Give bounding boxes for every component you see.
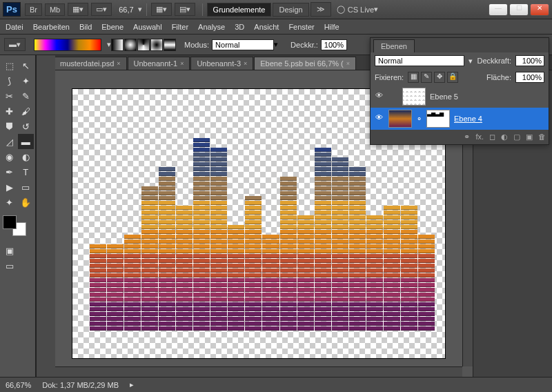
workspace-more[interactable]: ≫	[310, 2, 331, 17]
mask-thumb[interactable]: ▃▅▃▅	[426, 110, 450, 128]
blur-tool[interactable]: ◉	[1, 149, 18, 164]
screenmode-icon[interactable]: ▭	[1, 258, 18, 273]
screen-mode-icon[interactable]: ▭▾	[91, 3, 112, 16]
layer-name[interactable]: Ebene 5	[430, 92, 458, 101]
wand-tool[interactable]: ✦	[18, 73, 34, 88]
layer-opacity-field[interactable]: 100%	[515, 55, 544, 66]
lock-transparency-icon[interactable]: ▦	[408, 72, 419, 83]
menu-analyse[interactable]: Analyse	[198, 23, 225, 31]
visibility-icon[interactable]: 👁	[373, 113, 384, 124]
heal-tool[interactable]: ✚	[1, 104, 18, 119]
type-tool[interactable]: T	[18, 164, 34, 179]
menu-filter[interactable]: Filter	[172, 23, 188, 31]
fill-label: Fläche:	[486, 73, 511, 81]
path-select-tool[interactable]: ▶	[1, 179, 18, 195]
layer-fill-field[interactable]: 100%	[515, 72, 544, 83]
layer-thumb[interactable]	[388, 110, 412, 128]
fx-icon[interactable]: fx.	[475, 133, 484, 141]
menu-datei[interactable]: Datei	[6, 23, 23, 31]
reflected-gradient-icon[interactable]	[150, 39, 163, 51]
layer-name[interactable]: Ebene 4	[454, 115, 482, 123]
color-swatches[interactable]	[3, 215, 26, 236]
move-tool[interactable]: ⬚	[1, 58, 18, 73]
window-maximize[interactable]: ☐	[509, 3, 529, 16]
document-tab[interactable]: Unbenannt-3×	[190, 57, 253, 70]
zoom-level[interactable]: 66,7	[119, 6, 133, 14]
marquee-tool[interactable]: ↖	[18, 58, 34, 73]
eq-bar	[193, 138, 210, 331]
radial-gradient-icon[interactable]	[124, 39, 137, 51]
lasso-tool[interactable]: ⟆	[1, 73, 18, 88]
lock-pixels-icon[interactable]: ✎	[421, 72, 432, 83]
3d-tool[interactable]: ✦	[1, 195, 18, 210]
adjustment-icon[interactable]: ◐	[501, 133, 508, 141]
brush-tool[interactable]: 🖌	[18, 104, 34, 119]
collapsed-panel-dock[interactable]	[36, 55, 55, 377]
mask-icon[interactable]: ◻	[489, 133, 495, 141]
close-icon[interactable]: ×	[117, 60, 120, 67]
menu-3d[interactable]: 3D	[235, 23, 244, 31]
close-icon[interactable]: ×	[244, 60, 247, 67]
gradient-tool[interactable]: ▬	[18, 134, 34, 149]
pen-tool[interactable]: ✒	[1, 164, 18, 179]
menu-ebene[interactable]: Ebene	[101, 23, 124, 31]
angle-gradient-icon[interactable]	[137, 39, 150, 51]
status-zoom[interactable]: 66,67%	[6, 381, 31, 389]
hand-tool[interactable]: ✋	[18, 195, 34, 210]
menu-hilfe[interactable]: Hilfe	[324, 23, 339, 31]
document-tab[interactable]: Unbenannt-1×	[128, 57, 190, 70]
eq-bar	[210, 148, 227, 331]
layer-row[interactable]: 👁Ebene 5	[371, 86, 549, 108]
trash-icon[interactable]: 🗑	[538, 133, 546, 141]
workspace-grundelemente[interactable]: Grundelemente	[207, 3, 272, 17]
opacity-label: Deckkr.:	[290, 41, 318, 49]
separator	[202, 3, 203, 16]
new-layer-icon[interactable]: ▣	[526, 133, 533, 141]
document-tab[interactable]: musterdatei.psd×	[54, 57, 127, 70]
cslive-button[interactable]: CS Live	[348, 6, 375, 14]
opacity-field[interactable]: 100%	[321, 39, 347, 50]
menu-bild[interactable]: Bild	[79, 23, 92, 31]
history-brush-tool[interactable]: ↺	[18, 119, 34, 134]
lock-position-icon[interactable]: ✥	[434, 72, 445, 83]
layers-tab[interactable]: Ebenen	[373, 39, 415, 52]
document-tab[interactable]: Ebene 5.psb bei 66,7% (×	[254, 57, 356, 70]
group-icon[interactable]: ▢	[513, 133, 520, 141]
shape-tool[interactable]: ▭	[18, 179, 34, 195]
quickmask-icon[interactable]: ▣	[1, 243, 18, 258]
eq-bar	[366, 215, 383, 331]
close-icon[interactable]: ×	[180, 60, 184, 67]
link-layers-icon[interactable]: ⚭	[464, 133, 470, 141]
diamond-gradient-icon[interactable]	[164, 39, 176, 51]
stamp-tool[interactable]: ⛊	[1, 119, 18, 134]
lock-all-icon[interactable]: 🔒	[447, 72, 458, 83]
window-minimize[interactable]: —	[489, 3, 508, 16]
guides-icon[interactable]: ▤▾	[175, 3, 195, 16]
horizontal-scrollbar[interactable]	[55, 366, 462, 377]
bridge-icon[interactable]: Br	[25, 3, 42, 16]
menu-fenster[interactable]: Fenster	[288, 23, 314, 31]
window-close[interactable]: ✕	[530, 3, 549, 16]
layer-row[interactable]: 👁⚬▃▅▃▅Ebene 4	[371, 108, 549, 130]
layer-blend-select[interactable]: Normal	[375, 55, 464, 66]
crop-tool[interactable]: ✂	[1, 88, 18, 104]
eraser-tool[interactable]: ◿	[1, 134, 18, 149]
link-icon: ⚬	[416, 115, 422, 124]
gradient-editor[interactable]	[34, 39, 101, 51]
workspace-design[interactable]: Design	[273, 3, 308, 17]
close-icon[interactable]: ×	[346, 60, 350, 67]
blend-mode-select[interactable]: Normal	[212, 39, 274, 50]
extras-icon[interactable]: ▦▾	[151, 3, 172, 16]
linear-gradient-icon[interactable]	[111, 39, 124, 51]
menu-bearbeiten[interactable]: Bearbeiten	[33, 23, 70, 31]
eq-bar	[418, 235, 435, 331]
eyedropper-tool[interactable]: ✎	[18, 88, 34, 104]
visibility-icon[interactable]: 👁	[373, 91, 384, 102]
gradient-tool-preset[interactable]: ▬▾	[4, 38, 26, 51]
menu-auswahl[interactable]: Auswahl	[133, 23, 162, 31]
menu-ansicht[interactable]: Ansicht	[254, 23, 279, 31]
layer-thumb[interactable]	[402, 88, 426, 106]
dodge-tool[interactable]: ◐	[18, 149, 34, 164]
arrange-docs-icon[interactable]: ▦▾	[68, 3, 88, 16]
minibridge-icon[interactable]: Mb	[45, 3, 65, 16]
